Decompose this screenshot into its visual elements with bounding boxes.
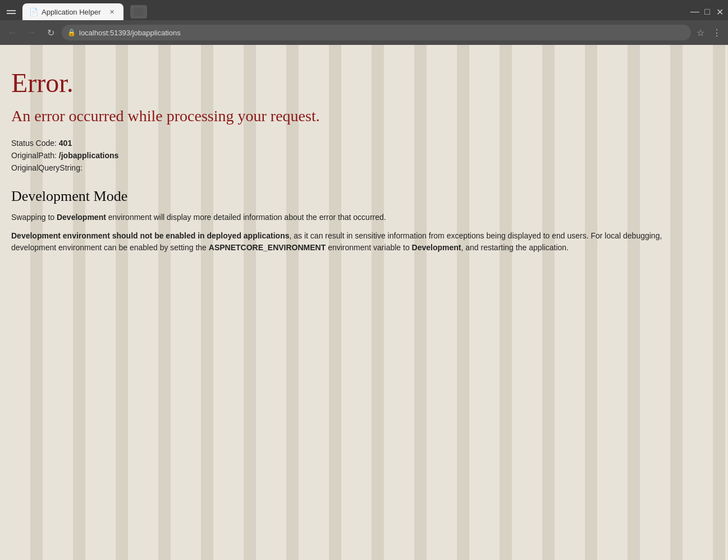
warning-dev-text: Development xyxy=(412,243,461,252)
warning-env-var: ASPNETCORE_ENVIRONMENT xyxy=(209,243,326,252)
error-title: Error. xyxy=(11,67,717,98)
tab-close-button[interactable]: ✕ xyxy=(107,7,117,17)
status-code-value: 401 xyxy=(59,139,72,148)
address-bar-input[interactable]: 🔒 localhost:51393/jobapplications xyxy=(62,25,691,40)
dev-mode-title: Development Mode xyxy=(11,188,717,205)
original-query-line: OriginalQueryString: xyxy=(11,163,717,172)
dark-square-icon xyxy=(134,8,144,16)
warning-body-text3: , and restarting the application. xyxy=(461,243,569,252)
url-text: localhost:51393/jobapplications xyxy=(79,29,685,37)
warning-body-text2: environment variable to xyxy=(326,243,411,252)
dev-mode-body-text2: environment will display more detailed i… xyxy=(106,213,386,222)
lock-icon: 🔒 xyxy=(67,29,76,36)
minimize-button[interactable]: — xyxy=(691,8,699,16)
dev-mode-body: Swapping to Development environment will… xyxy=(11,212,674,223)
maximize-button[interactable]: □ xyxy=(703,8,711,16)
original-path-label: OriginalPath: xyxy=(11,151,59,160)
page-content: Error. An error occurred while processin… xyxy=(0,45,728,560)
warning-body: Development environment should not be en… xyxy=(11,230,674,254)
close-button[interactable]: ✕ xyxy=(716,8,724,16)
original-path-line: OriginalPath: /jobapplications xyxy=(11,151,717,160)
original-path-value: /jobapplications xyxy=(59,151,119,160)
back-button[interactable]: ← xyxy=(4,25,20,40)
forward-button[interactable]: → xyxy=(24,25,39,40)
tab-page-icon: 📄 xyxy=(29,8,37,16)
refresh-button[interactable]: ↻ xyxy=(43,25,58,40)
dev-mode-bold1: Development xyxy=(57,213,106,222)
dev-mode-body-text1: Swapping to xyxy=(11,213,57,222)
warning-bold-text: Development environment should not be en… xyxy=(11,231,290,240)
browser-more-menu-icon[interactable]: ⋮ xyxy=(710,25,724,40)
active-tab[interactable]: 📄 Application Helper ✕ xyxy=(22,3,123,20)
original-query-label: OriginalQueryString: xyxy=(11,163,83,172)
browser-menu-icon[interactable] xyxy=(4,8,18,16)
title-bar-left: 📄 Application Helper ✕ xyxy=(4,3,691,20)
window-controls: — □ ✕ xyxy=(691,8,724,20)
status-code-label: Status Code: xyxy=(11,139,59,148)
status-code-line: Status Code: 401 xyxy=(11,139,717,148)
error-subtitle: An error occurred while processing your … xyxy=(11,107,717,125)
new-tab-button[interactable] xyxy=(130,5,147,19)
bookmark-star-icon[interactable]: ☆ xyxy=(694,25,707,40)
tab-title: Application Helper xyxy=(42,8,101,16)
address-bar: ← → ↻ 🔒 localhost:51393/jobapplications … xyxy=(0,20,728,45)
title-bar: 📄 Application Helper ✕ — □ ✕ xyxy=(0,0,728,20)
browser-window: 📄 Application Helper ✕ — □ ✕ ← → ↻ 🔒 loc… xyxy=(0,0,728,560)
